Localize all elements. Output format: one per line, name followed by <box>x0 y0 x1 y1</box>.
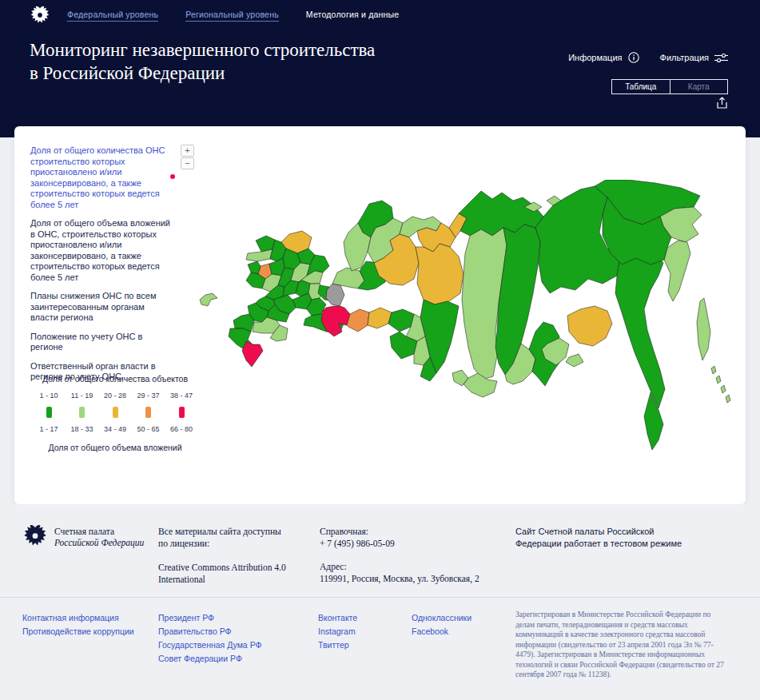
footer-link[interactable]: Facebook <box>412 625 472 638</box>
legend-range-objects: 38 - 47 <box>170 392 193 400</box>
share-icon[interactable] <box>715 96 729 110</box>
map-region[interactable] <box>716 376 721 384</box>
footer-link[interactable]: Контактная информация <box>22 611 134 625</box>
page-title-line2: в Российской Федерации <box>30 62 375 85</box>
legend-swatch <box>46 407 52 418</box>
footer-link[interactable]: Твиттер <box>318 638 357 652</box>
nav-item-3[interactable]: Методология и данные <box>306 10 400 22</box>
footer-link[interactable]: Государственная Дума РФ <box>158 638 262 652</box>
header: Федеральный уровеньРегиональный уровеньМ… <box>0 0 760 137</box>
footer-link[interactable]: Одноклассники <box>412 611 472 625</box>
address-label: Адрес: <box>320 561 487 573</box>
legend-range-objects: 29 - 37 <box>137 392 159 400</box>
footer-links-social-1: ВконтактеInstagramТвиттер <box>318 611 357 652</box>
legend-scale: 1 - 101 - 1711 - 1918 - 3320 - 2834 - 49… <box>30 392 200 433</box>
russia-choropleth-map[interactable] <box>184 180 743 499</box>
view-toggle: Таблица Карта <box>611 79 728 94</box>
address-value: 119991, Россия, Москва, ул. Зубовская, 2 <box>320 573 487 585</box>
map-region[interactable] <box>664 241 690 301</box>
coat-of-arms-icon <box>30 5 50 27</box>
map-region[interactable] <box>566 354 583 367</box>
page-title: Мониторинг незавершенного строительства … <box>30 38 375 85</box>
footer-org-name: Счетная палата Российской Федерации <box>54 526 144 548</box>
map-region[interactable] <box>615 253 665 408</box>
legend-title-top: Доля от общего количества объектов <box>30 374 200 384</box>
indicator-option-3[interactable]: Планы снижения ОНС по всем заинтересован… <box>30 291 171 324</box>
map-card: Доля от общего количества ОНС строительс… <box>14 126 746 504</box>
nav-item-2[interactable]: Региональный уровень <box>185 10 279 22</box>
header-tools: Информация Фильтрация <box>568 52 728 63</box>
page-title-line1: Мониторинг незавершенного строительства <box>30 38 375 62</box>
legend-range-investments: 18 - 33 <box>70 425 93 433</box>
info-icon <box>628 52 639 63</box>
legend-item-4: 29 - 3750 - 65 <box>133 392 164 433</box>
legend-range-objects: 1 - 10 <box>39 392 58 400</box>
legend-range-objects: 11 - 19 <box>71 392 93 400</box>
nav-item-1[interactable]: Федеральный уровень <box>67 10 158 22</box>
map-region[interactable] <box>697 298 710 360</box>
info-button-label: Информация <box>568 53 622 62</box>
legend-range-investments: 66 - 80 <box>170 425 193 433</box>
footer-contacts: Справочная: + 7 (495) 986-05-09 Адрес: 1… <box>320 526 487 585</box>
indicator-option-4[interactable]: Положение по учету ОНС в регионе <box>30 332 171 353</box>
map-region[interactable] <box>711 366 716 374</box>
zoom-out-button[interactable]: − <box>181 157 194 169</box>
map-region[interactable] <box>347 309 369 332</box>
map-region[interactable] <box>721 385 726 393</box>
footer-link[interactable]: Совет Федерации РФ <box>158 652 262 666</box>
map-legend: Доля от общего количества объектов 1 - 1… <box>30 374 200 452</box>
legend-swatch <box>113 407 118 418</box>
license-name[interactable]: Creative Commons Attribution 4.0 Interna… <box>158 562 286 586</box>
toggle-table[interactable]: Таблица <box>612 80 670 93</box>
filter-sliders-icon <box>714 53 728 63</box>
map-region[interactable] <box>368 308 392 328</box>
map-region[interactable] <box>248 261 261 274</box>
footer-link[interactable]: Президент РФ <box>158 611 262 625</box>
footer-links-gov: Президент РФПравительство РФГосударствен… <box>158 611 262 666</box>
indicator-option-1[interactable]: Доля от общего количества ОНС строительс… <box>30 145 171 210</box>
toggle-map[interactable]: Карта <box>670 80 728 93</box>
legend-item-5: 38 - 4766 - 80 <box>166 392 197 433</box>
filter-button-label: Фильтрация <box>660 53 709 62</box>
legend-swatch <box>79 407 85 418</box>
footer-org-line2: Российской Федерации <box>54 537 144 548</box>
test-mode-notice: Сайт Счетной палаты Российской Федерации… <box>515 526 699 550</box>
footer: Счетная палата Российской Федерации Все … <box>0 504 760 700</box>
indicator-options: Доля от общего количества ОНС строительс… <box>30 145 171 383</box>
legend-item-2: 11 - 1918 - 33 <box>67 392 97 433</box>
legend-swatch <box>179 407 185 418</box>
footer-divider <box>0 597 760 598</box>
footer-link[interactable]: Противодействие коррупции <box>22 625 134 638</box>
info-button[interactable]: Информация <box>568 52 639 63</box>
legend-item-3: 20 - 2834 - 49 <box>100 392 130 433</box>
footer-links-site: Контактная информацияПротиводействие кор… <box>22 611 134 638</box>
map-region[interactable] <box>567 306 612 346</box>
filter-button[interactable]: Фильтрация <box>660 53 728 63</box>
phone-label: Справочная: <box>320 526 487 538</box>
phone-number: + 7 (495) 986-05-09 <box>320 538 487 550</box>
indicator-option-2[interactable]: Доля от общего объема вложений в ОНС, ст… <box>30 218 171 283</box>
legend-range-investments: 34 - 49 <box>104 425 126 433</box>
footer-link[interactable]: Instagram <box>318 625 357 638</box>
map-region[interactable] <box>321 306 350 336</box>
map-region[interactable] <box>200 293 217 306</box>
kaliningrad-marker[interactable] <box>170 174 175 179</box>
legend-range-investments: 1 - 17 <box>39 425 58 433</box>
map-region[interactable] <box>246 249 273 261</box>
footer-license: Все материалы сайта доступны по лицензии… <box>158 526 286 586</box>
footer-link[interactable]: Правительство РФ <box>158 625 262 638</box>
footer-links-social-2: ОдноклассникиFacebook <box>412 611 472 638</box>
map-svg[interactable] <box>184 180 743 499</box>
main-nav: Федеральный уровеньРегиональный уровеньМ… <box>67 10 399 22</box>
legend-title-bottom: Доля от общего объема вложений <box>30 443 200 452</box>
registration-legal-text: Зарегистрирован в Министерстве Российско… <box>515 610 725 680</box>
legend-item-1: 1 - 101 - 17 <box>34 392 64 433</box>
map-zoom-control: + − <box>181 145 194 169</box>
map-region[interactable] <box>416 244 464 304</box>
map-region[interactable] <box>242 341 263 367</box>
map-region[interactable] <box>726 395 730 403</box>
zoom-in-button[interactable]: + <box>181 145 194 157</box>
license-intro: Все материалы сайта доступны по лицензии… <box>158 526 286 550</box>
footer-org-line1: Счетная палата <box>54 526 144 537</box>
footer-link[interactable]: Вконтакте <box>318 611 357 625</box>
